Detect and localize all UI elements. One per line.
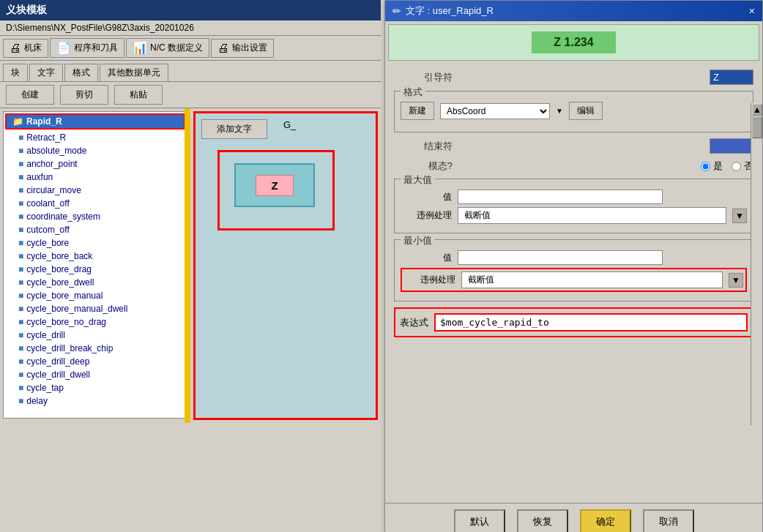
format-group-title: 格式: [401, 86, 425, 99]
tree-item-anchor-point[interactable]: ■ anchor_point: [4, 157, 187, 171]
item-icon: ■: [18, 225, 23, 235]
max-val-input[interactable]: [458, 190, 663, 204]
cancel-button[interactable]: 取消: [643, 509, 694, 532]
item-icon: ■: [18, 330, 23, 340]
max-violation-dropdown[interactable]: ▼: [732, 209, 747, 223]
default-button[interactable]: 默认: [454, 509, 505, 532]
preview-value: Z 1.234: [532, 31, 615, 53]
format-row: 新建 AbsCoord ▼ 编辑: [401, 102, 747, 120]
close-button[interactable]: ×: [749, 5, 755, 17]
min-violation-dropdown[interactable]: ▼: [729, 273, 743, 288]
end-char-row: 结束符: [394, 138, 753, 154]
output-icon: 🖨: [217, 42, 229, 55]
dialog-preview: Z 1.234: [388, 24, 759, 61]
max-violation-row: 违例处理 截断值 ▼: [401, 207, 747, 224]
subtab-format[interactable]: 格式: [64, 64, 98, 81]
tree-item-cutcom-off[interactable]: ■ cutcom_off: [4, 223, 187, 236]
tree-item-coordinate-system[interactable]: ■ coordinate_system: [4, 210, 187, 223]
item-icon: ■: [18, 211, 23, 222]
item-icon: ■: [18, 343, 23, 353]
tree-item-cycle-tap[interactable]: ■ cycle_tap: [4, 381, 187, 394]
item-icon: ■: [18, 317, 23, 327]
item-icon: ■: [18, 383, 23, 393]
dialog-scrollbar[interactable]: ▲: [751, 103, 762, 425]
min-val-input[interactable]: [458, 250, 663, 265]
dropdown-icon: ▼: [556, 107, 563, 115]
modal-radio-group: 是 否: [701, 160, 753, 173]
restore-button[interactable]: 恢复: [517, 509, 568, 532]
tree-item-cycle-bore-no-drag[interactable]: ■ cycle_bore_no_drag: [4, 315, 187, 329]
scroll-up-button[interactable]: ▲: [752, 104, 762, 116]
tree-item-absolute-mode[interactable]: ■ absolute_mode: [4, 144, 187, 157]
pencil-icon: ✏: [392, 5, 401, 17]
tree-item-cycle-bore-dwell[interactable]: ■ cycle_bore_dwell: [4, 276, 187, 289]
modal-yes-option[interactable]: 是: [701, 160, 723, 173]
modal-yes-radio[interactable]: [701, 162, 710, 171]
tab-output[interactable]: 🖨 输出设置: [211, 39, 274, 58]
tree-item-cycle-drill[interactable]: ■ cycle_drill: [4, 329, 187, 342]
tab-machine[interactable]: 🖨 机床: [3, 39, 48, 58]
item-icon: ■: [18, 159, 23, 169]
min-violation-value: 截断值: [461, 271, 723, 288]
format-group: 格式 新建 AbsCoord ▼ 编辑: [394, 91, 753, 132]
max-val-row: 值: [401, 190, 747, 204]
tree-item-cycle-bore[interactable]: ■ cycle_bore: [4, 236, 187, 250]
tree-item-delay[interactable]: ■ delay: [4, 394, 187, 408]
tree-item-cycle-bore-back[interactable]: ■ cycle_bore_back: [4, 250, 187, 263]
max-value-group: 最大值 值 违例处理 截断值 ▼: [394, 179, 753, 233]
format-edit-button[interactable]: 编辑: [569, 102, 603, 120]
tab-nc-data[interactable]: 📊 N/C 数据定义: [126, 38, 209, 58]
tree-item-cycle-drill-dwell[interactable]: ■ cycle_drill_dwell: [4, 368, 187, 381]
modal-no-radio[interactable]: [732, 162, 741, 171]
ok-button[interactable]: 确定: [580, 509, 631, 532]
main-title-bar: 义块模板: [0, 0, 381, 20]
expression-input[interactable]: [434, 313, 748, 331]
min-violation-label: 违例处理: [404, 274, 455, 286]
tree-item-auxfun[interactable]: ■ auxfun: [4, 171, 187, 184]
tree-item-circular-move[interactable]: ■ circular_move: [4, 184, 187, 197]
add-text-button[interactable]: 添加文字: [201, 119, 267, 139]
cut-button[interactable]: 剪切: [60, 85, 108, 105]
yellow-marker: [185, 108, 190, 423]
tree-item-cycle-bore-manual[interactable]: ■ cycle_bore_manual: [4, 289, 187, 302]
scroll-thumb[interactable]: [752, 116, 762, 138]
program-icon: 📄: [56, 41, 71, 55]
tree-item-cycle-bore-manual-dwell[interactable]: ■ cycle_bore_manual_dwell: [4, 302, 187, 315]
tree-item-rapid-r[interactable]: 📁 Rapid_R: [7, 115, 184, 128]
max-value-title: 最大值: [401, 173, 435, 187]
max-violation-value: 截断值: [458, 207, 726, 224]
subtab-text[interactable]: 文字: [29, 64, 63, 81]
guide-char-input[interactable]: [710, 70, 753, 85]
expression-row: 表达式: [394, 307, 753, 337]
guide-char-row: 引导符: [394, 70, 753, 85]
subtab-other[interactable]: 其他数据单元: [100, 64, 168, 81]
item-icon: ■: [18, 396, 23, 406]
format-select[interactable]: AbsCoord: [440, 103, 550, 119]
main-title: 义块模板: [6, 4, 47, 17]
guide-char-label: 引导符: [394, 71, 453, 84]
item-icon: ■: [18, 251, 23, 261]
item-icon: ■: [18, 356, 23, 367]
dialog-scroll-area[interactable]: 引导符 格式 新建 AbsCoord ▼ 编辑 结束符 模态?: [385, 64, 762, 503]
modal-label: 模态?: [394, 160, 453, 173]
dialog-title-bar: ✏ 文字 : user_Rapid_R ×: [385, 1, 762, 21]
tab-program-tool[interactable]: 📄 程序和刀具: [50, 38, 124, 58]
tree-item-retract[interactable]: ■ Retract_R: [4, 131, 187, 144]
tree-item-cycle-drill-deep[interactable]: ■ cycle_drill_deep: [4, 355, 187, 368]
end-char-input[interactable]: [710, 138, 753, 154]
item-icon: ■: [18, 238, 23, 248]
path-bar: D:\Siemens\NX_PostFile\G98Z\3axis_202010…: [0, 20, 381, 36]
max-violation-label: 违例处理: [401, 209, 452, 222]
item-icon: ■: [18, 198, 23, 209]
create-button[interactable]: 创建: [6, 85, 54, 105]
paste-button[interactable]: 粘贴: [114, 85, 163, 105]
subtab-block[interactable]: 块: [3, 64, 28, 81]
format-new-button[interactable]: 新建: [401, 102, 434, 120]
tree-item-cycle-bore-drag[interactable]: ■ cycle_bore_drag: [4, 263, 187, 276]
item-icon: ■: [18, 291, 23, 301]
tree-item-coolant-off[interactable]: ■ coolant_off: [4, 197, 187, 210]
tree-item-cycle-drill-break-chip[interactable]: ■ cycle_drill_break_chip: [4, 342, 187, 355]
item-icon: ■: [18, 172, 23, 182]
min-val-row: 值: [401, 250, 747, 265]
folder-icon: 📁: [12, 116, 23, 127]
